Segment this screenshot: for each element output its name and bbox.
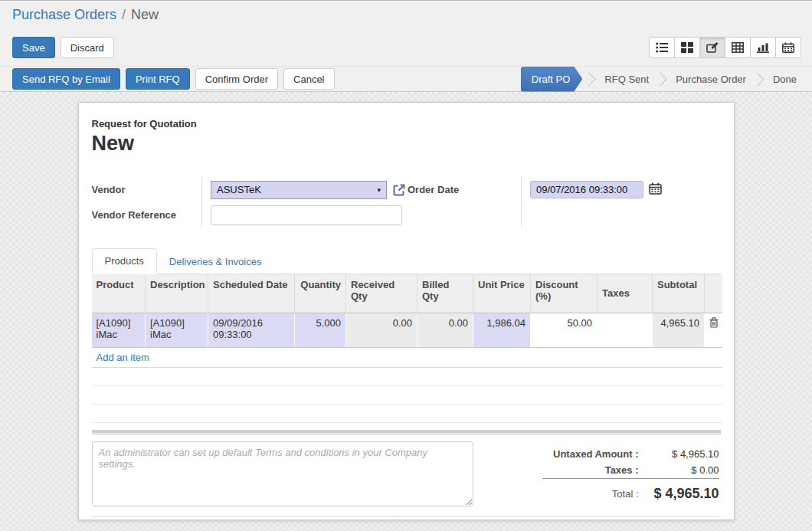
col-description[interactable]: Description (146, 274, 208, 313)
untaxed-amount-label: Untaxed Amount : (542, 446, 638, 462)
confirm-order-button[interactable]: Confirm Order (195, 68, 278, 90)
save-button[interactable]: Save (12, 37, 55, 58)
delete-line-button[interactable] (705, 313, 722, 347)
list-view-button[interactable] (649, 37, 675, 58)
form-edit-icon (706, 42, 719, 53)
control-panel: Save Discard (0, 29, 812, 66)
form-sheet: Request for Quotation New Vendor Vendor … (78, 102, 735, 520)
terms-and-conditions-textarea[interactable] (92, 441, 473, 506)
total-value: $ 4,965.10 (639, 478, 719, 504)
vendor-select[interactable]: ASUSTeK ▾ (211, 181, 387, 199)
table-header-row: Product Description Scheduled Date Quant… (92, 274, 722, 313)
tab-deliveries-invoices[interactable]: Deliveries & Invoices (157, 250, 274, 274)
col-product[interactable]: Product (92, 274, 146, 313)
breadcrumb-separator: / (122, 7, 126, 23)
cell-subtotal: 4,965.10 (653, 313, 705, 347)
notebook-tabs: Products Deliveries & Invoices (92, 247, 721, 274)
breadcrumb: Purchase Orders / New (0, 1, 812, 29)
cell-discount[interactable]: 50.00 (531, 313, 598, 347)
cell-scheduled-date[interactable]: 09/09/2016 09:33:00 (208, 313, 295, 347)
empty-row (92, 367, 722, 385)
total-label: Total : (542, 478, 638, 504)
cell-taxes[interactable] (598, 313, 653, 347)
col-received-qty[interactable]: Received Qty (346, 274, 417, 313)
cell-product[interactable]: [A1090] iMac (92, 313, 146, 347)
chevron-right-icon (750, 72, 764, 86)
col-subtotal[interactable]: Subtotal (653, 274, 705, 313)
calendar-icon (782, 42, 794, 53)
state-rfq-sent[interactable]: RFQ Sent (600, 74, 653, 85)
state-draft-po[interactable]: Draft PO (521, 67, 583, 92)
col-billed-qty[interactable]: Billed Qty (417, 274, 473, 313)
empty-row (92, 385, 722, 404)
cancel-button[interactable]: Cancel (283, 68, 334, 90)
cell-quantity[interactable]: 5.000 (295, 313, 346, 347)
order-line-row[interactable]: [A1090] iMac [A1090] iMac 09/09/2016 09:… (92, 313, 722, 347)
kanban-icon (681, 42, 693, 53)
col-taxes[interactable]: Taxes (598, 274, 653, 313)
state-purchase-order[interactable]: Purchase Order (671, 74, 751, 85)
col-actions (705, 274, 722, 313)
calendar-icon (649, 182, 662, 197)
record-title: New (92, 132, 721, 156)
sheet-bottom-rule (92, 516, 721, 517)
col-unit-price[interactable]: Unit Price (473, 274, 531, 313)
statusbar: Send RFQ by Email Print RFQ Confirm Orde… (0, 66, 812, 92)
vendor-label: Vendor (92, 177, 202, 202)
tab-products[interactable]: Products (92, 248, 157, 274)
trash-icon (709, 319, 719, 330)
cell-description[interactable]: [A1090] iMac (146, 313, 208, 347)
cell-received-qty: 0.00 (346, 313, 417, 347)
add-line-row: Add an item (92, 347, 722, 367)
vendor-select-value: ASUSTeK (217, 184, 377, 195)
dropdown-caret-icon: ▾ (377, 186, 381, 194)
totals-panel: Untaxed Amount : $ 4,965.10 Taxes : $ 0.… (473, 441, 721, 506)
vendor-reference-input[interactable] (211, 205, 402, 225)
taxes-value: $ 0.00 (639, 462, 719, 479)
form-view-button[interactable] (699, 37, 725, 58)
order-date-input[interactable] (530, 181, 643, 198)
date-picker-button[interactable] (649, 182, 662, 197)
state-done[interactable]: Done (768, 74, 801, 85)
order-date-label: Order Date (408, 177, 521, 202)
chevron-right-icon (653, 72, 666, 86)
order-lines-table: Product Description Scheduled Date Quant… (92, 274, 723, 423)
sheet-subtitle: Request for Quotation (92, 118, 721, 129)
chevron-right-icon (582, 72, 596, 86)
kanban-view-button[interactable] (674, 37, 700, 58)
pivot-view-button[interactable] (725, 37, 751, 58)
graph-view-button[interactable] (750, 37, 776, 58)
cell-unit-price[interactable]: 1,986.04 (473, 313, 531, 347)
empty-row (92, 404, 722, 422)
group-separator (92, 430, 721, 435)
breadcrumb-parent-link[interactable]: Purchase Orders (12, 7, 116, 23)
col-quantity[interactable]: Quantity (295, 274, 346, 313)
calendar-view-button[interactable] (775, 37, 801, 58)
untaxed-amount-value: $ 4,965.10 (639, 446, 719, 462)
cell-billed-qty: 0.00 (417, 313, 473, 347)
pivot-table-icon (732, 42, 744, 53)
col-discount[interactable]: Discount (%) (531, 274, 598, 313)
bar-chart-icon (757, 42, 769, 53)
discard-button[interactable]: Discard (61, 37, 114, 58)
print-rfq-button[interactable]: Print RFQ (126, 68, 190, 90)
form-view-background: Request for Quotation New Vendor Vendor … (0, 92, 812, 531)
taxes-label: Taxes : (542, 462, 638, 479)
view-switcher (649, 37, 801, 58)
col-scheduled-date[interactable]: Scheduled Date (208, 274, 295, 313)
odoo-backend-screen: Purchase Orders / New Save Discard (0, 0, 812, 531)
add-an-item-link[interactable]: Add an item (92, 347, 722, 367)
vendor-reference-label: Vendor Reference (92, 202, 202, 228)
list-icon (656, 42, 668, 53)
external-link-icon[interactable] (392, 183, 406, 197)
breadcrumb-current: New (131, 7, 159, 23)
status-pipeline: Draft PO RFQ Sent Purchase Order Done (521, 67, 812, 92)
send-rfq-by-email-button[interactable]: Send RFQ by Email (12, 68, 120, 90)
